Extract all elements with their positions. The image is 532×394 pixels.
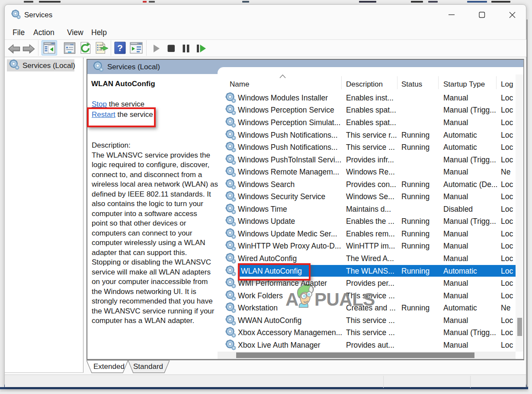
svg-text:?: ? — [117, 43, 123, 53]
